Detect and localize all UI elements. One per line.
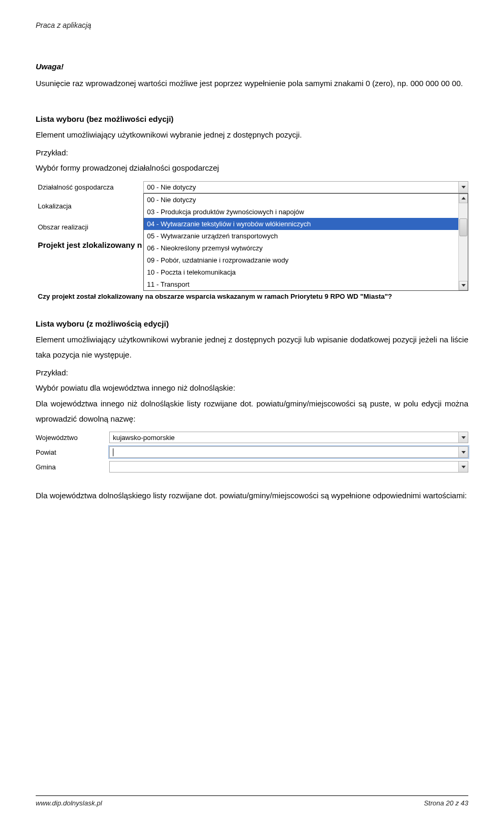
- dropdown-option[interactable]: 10 - Poczta i telekomunikacja: [144, 266, 458, 278]
- dropdown-arrow-icon[interactable]: [458, 447, 468, 457]
- example2-label: Przykład:: [36, 365, 468, 381]
- form-row: Gmina: [36, 461, 468, 473]
- editable-select-field[interactable]: [109, 461, 468, 473]
- section2-para2: Dla województwa innego niż dolnośląskie …: [36, 396, 468, 426]
- section2-title: Lista wyboru (z możliwością edycji): [36, 319, 468, 328]
- select-field[interactable]: kujawsko-pomorskie: [109, 432, 468, 443]
- scroll-thumb[interactable]: [459, 218, 467, 236]
- form-screenshot-1: Działalność gospodarcza 00 - Nie dotyczy…: [36, 180, 468, 299]
- dropdown-option[interactable]: 04 - Wytwarzanie tekstyliów i wyrobów wł…: [144, 218, 458, 230]
- dropdown-option[interactable]: 03 - Produkcja produktów żywnościowych i…: [144, 206, 458, 218]
- form-row: Powiat: [36, 446, 468, 458]
- example-text: Wybór formy prowadzonej działalności gos…: [36, 161, 468, 176]
- dropdown-arrow-icon[interactable]: [458, 432, 468, 443]
- dropdown-list[interactable]: 00 - Nie dotyczy03 - Produkcja produktów…: [143, 193, 468, 291]
- scrollbar-vertical[interactable]: [458, 194, 468, 290]
- dropdown-option[interactable]: 05 - Wytwarzanie urządzeń transportowych: [144, 230, 458, 242]
- section1-title: Lista wyboru (bez możliwości edycji): [36, 114, 468, 123]
- example-label: Przykład:: [36, 145, 468, 161]
- page-footer: www.dip.dolnyslask.pl Strona 20 z 43: [36, 795, 468, 807]
- footer-page-number: Strona 20 z 43: [424, 799, 468, 807]
- scroll-up-icon[interactable]: [459, 194, 468, 203]
- editable-select-field[interactable]: [109, 446, 468, 458]
- scroll-down-icon[interactable]: [459, 281, 468, 290]
- section1-desc: Element umożliwiający użytkownikowi wybr…: [36, 128, 468, 143]
- dropdown-option[interactable]: 00 - Nie dotyczy: [144, 194, 458, 206]
- dropdown-arrow-icon[interactable]: [458, 462, 468, 472]
- field-label: Województwo: [36, 434, 109, 442]
- field-label: Powiat: [36, 448, 109, 456]
- intro-paragraph: Usunięcie raz wprowadzonej wartości możl…: [36, 76, 468, 91]
- select-value: 00 - Nie dotyczy: [144, 183, 458, 191]
- label-projekt-bold: Projekt jest zlokalizowany n: [36, 238, 143, 251]
- label-dzialalnosc: Działalność gospodarcza: [36, 181, 143, 193]
- intro-heading: Uwaga!: [36, 62, 468, 71]
- dropdown-option[interactable]: 11 - Transport: [144, 278, 458, 290]
- field-label: Gmina: [36, 463, 109, 471]
- footer-url: www.dip.dolnyslask.pl: [36, 799, 102, 807]
- page-header: Praca z aplikacją: [36, 21, 468, 29]
- text-cursor: [113, 448, 113, 456]
- field-value: kujawsko-pomorskie: [110, 434, 458, 442]
- form-row: Województwokujawsko-pomorskie: [36, 432, 468, 443]
- label-lokalizacja: Lokalizacja: [36, 200, 143, 212]
- label-bottom-question: Czy projekt został zlokalizowany na obsz…: [38, 292, 468, 300]
- form-screenshot-2: Województwokujawsko-pomorskiePowiatGmina: [36, 432, 468, 473]
- dropdown-arrow-icon[interactable]: [458, 182, 468, 193]
- label-obszar: Obszar realizacji: [36, 221, 143, 233]
- example2-text: Wybór powiatu dla województwa innego niż…: [36, 381, 468, 396]
- dropdown-option[interactable]: 06 - Nieokreślony przemysł wytwórczy: [144, 242, 458, 254]
- tail-paragraph: Dla województwa dolnośląskiego listy roz…: [36, 488, 468, 504]
- scroll-track[interactable]: [459, 203, 468, 281]
- dropdown-option[interactable]: 09 - Pobór, uzdatnianie i rozprowadzanie…: [144, 254, 458, 266]
- section2-desc: Element umożliwiający użytkownikowi wybr…: [36, 332, 468, 362]
- select-dzialalnosc[interactable]: 00 - Nie dotyczy: [143, 181, 468, 193]
